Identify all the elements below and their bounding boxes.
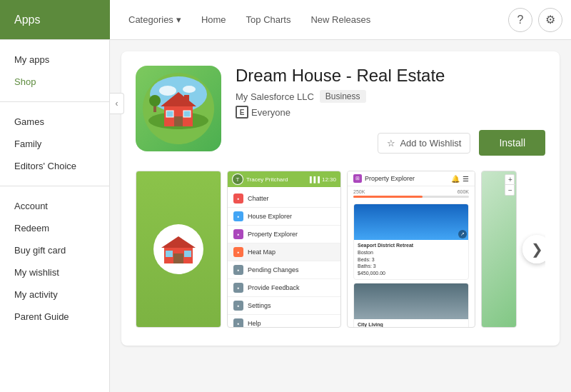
everyone-rating-icon: E (236, 106, 248, 119)
menu-item-icon-2: ▪ (233, 229, 243, 239)
menu-item-icon-1: ▪ (233, 211, 243, 221)
property-1-price: $450,000.00 (358, 270, 465, 277)
app-developer: My Salesforce LLC (236, 91, 314, 102)
screenshots-next-button[interactable]: ❯ (522, 235, 545, 263)
app-category: Business (320, 90, 366, 103)
app-detail-card: Dream House - Real Estate My Salesforce … (121, 51, 560, 346)
svg-rect-15 (173, 253, 183, 263)
expand-icon: ↗ (460, 231, 465, 237)
property-1-beds: Beds: 3 (358, 256, 465, 263)
menu-item-label-2: Property Explorer (248, 231, 298, 238)
map-zoom-in[interactable]: + (505, 175, 515, 185)
screenshot-user-name: Tracey Pritchard (246, 176, 288, 183)
brand-logo: Apps (0, 0, 110, 39)
menu-item-icon-3: ▪ (233, 247, 243, 257)
svg-point-3 (183, 86, 196, 93)
menu-item-6: ▪Settings (228, 297, 340, 315)
sidebar-main-section: My apps Shop (0, 46, 109, 96)
help-icon-button[interactable]: ? (508, 8, 532, 32)
nav-top-charts[interactable]: Top Charts (239, 10, 298, 29)
menu-item-3: ▪Heat Map (228, 243, 340, 261)
signal-icon: ▐▐▐ (308, 176, 320, 183)
screenshot-1 (136, 171, 221, 328)
svg-text:T: T (236, 176, 240, 183)
property-2-image (354, 283, 468, 319)
nav-links: Categories ▾ Home Top Charts New Release… (110, 10, 508, 29)
sidebar: My apps Shop Games Family Editors' Choic… (0, 40, 110, 392)
app-header: Dream House - Real Estate My Salesforce … (136, 66, 545, 156)
range-fill (353, 196, 423, 198)
map-zoom-out[interactable]: − (505, 185, 515, 195)
range-bar (353, 196, 469, 198)
settings-icon-button[interactable]: ⚙ (538, 8, 562, 32)
sidebar-item-my-activity[interactable]: My activity (0, 283, 109, 306)
brand-title: Apps (14, 14, 40, 26)
screenshot-2-menu: ▪Chatter▪House Explorer▪Property Explore… (228, 187, 340, 328)
svg-point-6 (149, 95, 161, 106)
sidebar-item-buy-gift-card[interactable]: Buy gift card (0, 239, 109, 261)
app-info: Dream House - Real Estate My Salesforce … (236, 66, 545, 156)
menu-item-icon-0: ▪ (233, 194, 243, 203)
svg-point-2 (159, 86, 176, 96)
menu-item-4: ▪Pending Changes (228, 261, 340, 279)
sidebar-item-my-apps[interactable]: My apps (0, 49, 109, 71)
wishlist-icon: ☆ (387, 138, 395, 149)
add-to-wishlist-button[interactable]: ☆ Add to Wishlist (378, 133, 470, 154)
range-min: 250K (353, 189, 365, 194)
menu-item-label-3: Heat Map (248, 248, 276, 256)
property-card-2: City Living (353, 283, 469, 328)
screenshot-4: + − (481, 171, 517, 328)
sidebar-item-my-wishlist[interactable]: My wishlist (0, 261, 109, 283)
menu-item-label-5: Provide Feedback (248, 284, 300, 291)
property-2-name: City Living (358, 321, 465, 328)
app-icon-small (153, 224, 203, 274)
svg-rect-16 (166, 251, 173, 257)
property-1-location: Boston (358, 249, 465, 256)
nav-new-releases[interactable]: New Releases (303, 10, 378, 29)
price-range: 250K 600K (348, 186, 475, 201)
install-button[interactable]: Install (479, 130, 545, 156)
app-title: Dream House - Real Estate (236, 66, 545, 86)
app-actions: ☆ Add to Wishlist Install (236, 130, 545, 156)
svg-marker-14 (161, 236, 196, 248)
menu-item-1: ▪House Explorer (228, 208, 340, 226)
screenshot-3-header: ⊞ Property Explorer 🔔 ☰ (348, 171, 475, 186)
screenshot-3-icons: 🔔 ☰ (451, 175, 469, 183)
property-1-name: Seaport District Retreat (358, 242, 465, 249)
menu-item-label-7: Help (248, 320, 261, 327)
app-meta: My Salesforce LLC Business (236, 90, 545, 103)
top-navigation: Apps Categories ▾ Home Top Charts New Re… (0, 0, 571, 40)
nav-icon-group: ? ⚙ (508, 8, 571, 32)
menu-item-7: ▪Help (228, 315, 340, 328)
sidebar-item-shop[interactable]: Shop (0, 71, 109, 93)
menu-item-label-4: Pending Changes (248, 266, 299, 273)
sidebar-item-redeem[interactable]: Redeem (0, 217, 109, 239)
sidebar-browse-section: Games Family Editors' Choice (0, 108, 109, 180)
screenshots-container: T Tracey Pritchard ▐▐▐ 12:30 ▪Chatter▪Ho… (136, 167, 545, 331)
sidebar-collapse-arrow[interactable]: ‹ (110, 93, 124, 114)
menu-item-label-0: Chatter (248, 195, 269, 202)
sidebar-item-family[interactable]: Family (0, 133, 109, 155)
sidebar-item-parent-guide[interactable]: Parent Guide (0, 306, 109, 328)
nav-home[interactable]: Home (194, 10, 233, 29)
sidebar-divider-2 (0, 186, 109, 186)
menu-item-icon-7: ▪ (233, 318, 243, 328)
menu-item-label-1: House Explorer (248, 213, 292, 220)
svg-rect-17 (184, 251, 191, 257)
screenshot-2-header: T Tracey Pritchard ▐▐▐ 12:30 (228, 171, 340, 187)
svg-rect-10 (166, 111, 173, 117)
property-card-1: ↗ Seaport District Retreat Boston Beds: … (353, 203, 469, 280)
property-1-info: Seaport District Retreat Boston Beds: 3 … (354, 240, 468, 279)
screenshot-3: ⊞ Property Explorer 🔔 ☰ 250K 600K (347, 171, 475, 328)
map-controls: + − (505, 174, 515, 196)
app-icon (136, 66, 221, 151)
menu-icon: ☰ (463, 175, 469, 183)
range-max: 600K (458, 189, 469, 194)
sidebar-item-editors-choice[interactable]: Editors' Choice (0, 155, 109, 177)
sidebar-item-account[interactable]: Account (0, 195, 109, 217)
svg-rect-12 (184, 95, 189, 105)
nav-categories[interactable]: Categories ▾ (121, 10, 188, 29)
menu-item-label-6: Settings (248, 302, 271, 309)
wifi-icon: 12:30 (322, 176, 336, 183)
sidebar-item-games[interactable]: Games (0, 111, 109, 133)
